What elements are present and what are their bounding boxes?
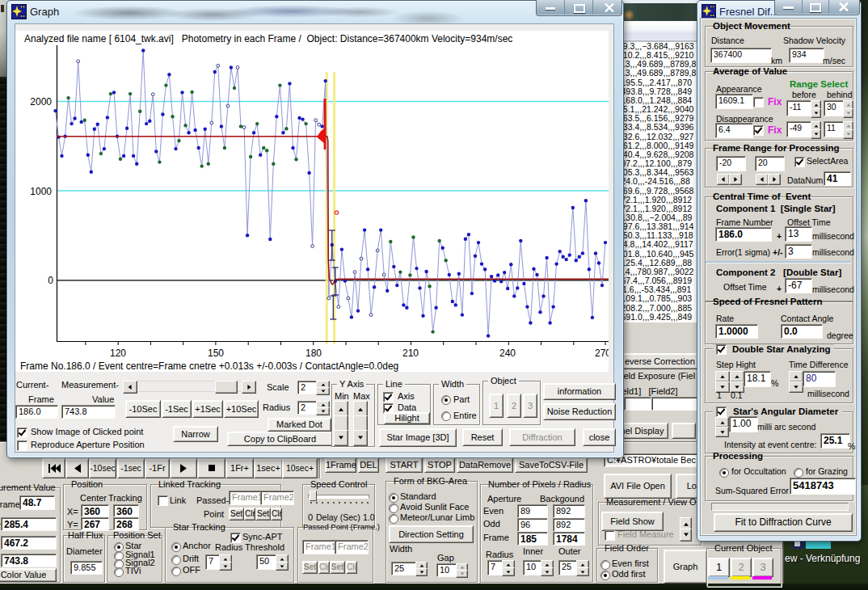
svg-text:120: 120 [110, 348, 126, 359]
svg-text:210: 210 [402, 348, 419, 359]
svg-text:150: 150 [208, 348, 224, 359]
svg-text:Frame No.186.0 / Event centre=: Frame No.186.0 / Event centre=Frame cnet… [20, 360, 398, 372]
svg-text:Analyzed file name [ 6104_twk.: Analyzed file name [ 6104_twk.avi] Photo… [24, 33, 512, 44]
svg-text:1000: 1000 [30, 186, 52, 197]
svg-text:240: 240 [499, 348, 516, 359]
svg-text:180: 180 [305, 348, 322, 359]
svg-text:0: 0 [48, 275, 53, 286]
svg-text:270: 270 [595, 348, 609, 359]
svg-text:2000: 2000 [30, 96, 52, 107]
